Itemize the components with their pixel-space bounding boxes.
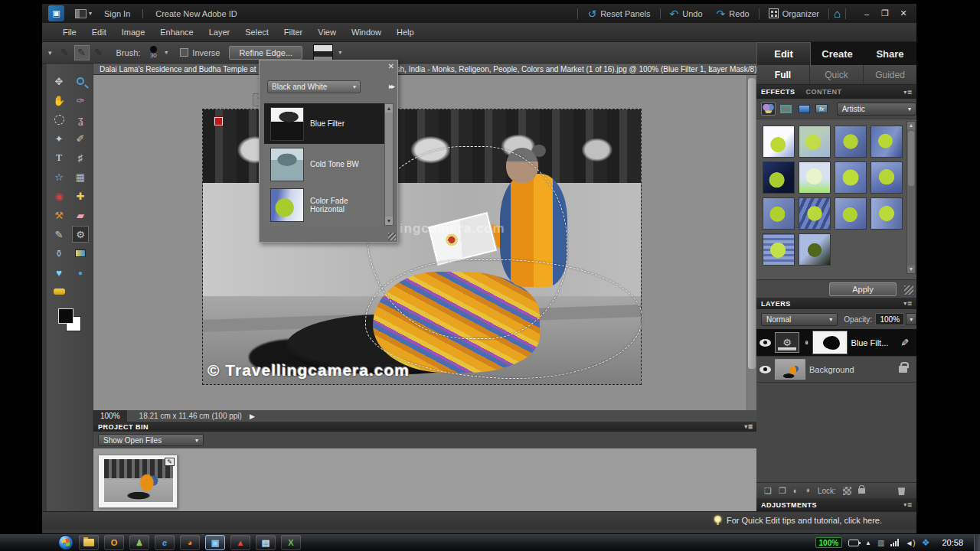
apply-button[interactable]: Apply [829, 282, 897, 296]
gradient-tool[interactable] [72, 245, 89, 262]
taskbar-outlook-icon[interactable]: O [104, 535, 124, 550]
menu-window[interactable]: Window [345, 25, 388, 39]
refine-edge-button[interactable]: Refine Edge... [229, 46, 302, 60]
clone-stamp-tool[interactable]: ⚒ [51, 207, 67, 223]
visibility-eye-icon[interactable] [760, 339, 771, 347]
effect-thumbnail[interactable] [871, 126, 903, 158]
show-open-files-dropdown[interactable]: Show Open Files ▾ [98, 434, 204, 446]
blur-tool[interactable]: ● [72, 264, 89, 281]
quick-selection-tool[interactable]: ✐ [72, 130, 89, 147]
minimize-button[interactable]: – [858, 8, 875, 20]
popup-close-icon[interactable]: ✕ [388, 62, 394, 70]
menu-edit[interactable]: Edit [85, 25, 113, 39]
brush-tool[interactable]: ✎ [51, 226, 67, 243]
close-button[interactable]: ✕ [895, 8, 912, 20]
tab-create[interactable]: Create [811, 42, 864, 65]
arrange-layout-button[interactable]: ▾ [75, 9, 92, 18]
effect-thumbnail[interactable] [763, 161, 795, 194]
menu-image[interactable]: Image [115, 25, 152, 39]
panel-menu-icon[interactable]: ▾≣ [903, 501, 913, 508]
mode-guided[interactable]: Guided [864, 65, 916, 84]
menu-layer[interactable]: Layer [202, 25, 237, 39]
red-eye-removal-tool[interactable]: ◉ [51, 187, 67, 204]
preset-item-color-fade-horizontal[interactable]: Color Fade Horizontal [264, 184, 384, 225]
smart-brush-add-selection-icon[interactable]: ✎ [74, 45, 90, 60]
smart-paint-preset-dropdown[interactable] [313, 44, 333, 61]
layer-styles-category-button[interactable] [779, 102, 793, 116]
panel-menu-icon[interactable]: ▾≣ [903, 89, 913, 96]
mode-quick[interactable]: Quick [810, 65, 864, 84]
menu-file[interactable]: File [56, 25, 83, 39]
effects-category-dropdown[interactable]: Artistic ▾ [837, 103, 916, 116]
open-file-thumbnail[interactable]: ✎ [98, 455, 178, 508]
delete-layer-icon[interactable] [897, 486, 906, 495]
lasso-tool[interactable]: ʓ [72, 111, 89, 128]
menu-help[interactable]: Help [390, 25, 421, 39]
status-arrow-icon[interactable]: ▶ [250, 412, 255, 420]
reset-panels-button[interactable]: ↺ Reset Panels [583, 8, 655, 19]
new-group-icon[interactable]: ❐ [779, 486, 786, 496]
magic-wand-tool[interactable]: ✦ [51, 130, 67, 147]
tab-share[interactable]: Share [864, 42, 916, 65]
zoom-level-value[interactable]: 100% [93, 410, 127, 422]
adjustment-layer-thumbnail[interactable]: ⚙ [775, 332, 799, 353]
canvas-workspace[interactable]: ✎ ✎ ✎ Travellingcamera.com © Travellingc… [93, 75, 756, 410]
collapse-icon[interactable]: ▾ [48, 49, 52, 57]
battery-percentage[interactable]: 100% [815, 537, 843, 548]
taskbar-app-icon[interactable]: ♟ [129, 535, 149, 550]
filters-category-button[interactable] [761, 102, 776, 116]
scroll-up-icon[interactable]: ▲ [385, 104, 393, 112]
tab-content[interactable]: CONTENT [806, 88, 842, 96]
menu-filter[interactable]: Filter [277, 25, 309, 39]
effect-thumbnail[interactable] [799, 197, 831, 230]
popup-scrollbar[interactable]: ▲ ▼ [384, 103, 394, 226]
menu-view[interactable]: View [311, 25, 343, 39]
photo-effects-category-button[interactable] [796, 102, 811, 116]
recompose-tool[interactable]: ▦ [72, 168, 89, 185]
background-layer-thumbnail[interactable] [775, 359, 805, 380]
shape-tool[interactable]: ♥ [51, 264, 67, 281]
scrollbar-thumb[interactable] [748, 78, 756, 369]
preset-item-cold-tone-bw[interactable]: Cold Tone BW [264, 144, 384, 184]
visibility-eye-icon[interactable] [760, 366, 771, 373]
sign-in-link[interactable]: Sign In [104, 9, 130, 18]
scrollbar-thumb[interactable] [908, 131, 914, 186]
create-adobe-id-link[interactable]: Create New Adobe ID [155, 9, 237, 18]
effect-thumbnail[interactable] [799, 161, 831, 194]
new-adjustment-layer-icon[interactable]: ◐ [793, 486, 799, 495]
zoom-tool[interactable] [72, 73, 89, 90]
effect-thumbnail[interactable] [871, 197, 903, 230]
menu-select[interactable]: Select [238, 25, 276, 39]
panel-menu-icon[interactable]: ▾≣ [903, 300, 913, 307]
layer-row-background[interactable]: Background [756, 356, 916, 383]
taskbar-photoshop-elements-icon[interactable]: ▣ [205, 535, 225, 550]
effect-thumbnail[interactable] [763, 197, 795, 230]
lock-transparency-icon[interactable] [843, 487, 851, 495]
effects-scrollbar[interactable]: ▲ ▼ [906, 121, 916, 274]
effect-thumbnail[interactable] [835, 126, 867, 158]
network-signal-icon[interactable] [890, 539, 899, 546]
taskbar-excel-icon[interactable]: X [281, 535, 301, 550]
color-swatches[interactable] [57, 307, 83, 333]
vertical-scrollbar[interactable] [746, 75, 756, 410]
menu-enhance[interactable]: Enhance [153, 25, 200, 39]
opacity-value[interactable]: 100% [875, 313, 904, 325]
brush-preview[interactable]: 30 [145, 45, 162, 60]
eraser-tool[interactable]: ▰ [72, 207, 89, 223]
layer-row-blue-filter[interactable]: ⚙ ⚭ Blue Filt... ✎ [756, 329, 916, 356]
scroll-down-icon[interactable]: ▼ [385, 217, 393, 225]
taskbar-internet-explorer-icon[interactable]: e [155, 535, 175, 550]
clock[interactable]: 20:58 [942, 538, 963, 547]
smart-brush-tool[interactable]: ⚙ [72, 226, 89, 243]
effect-thumbnail[interactable] [763, 233, 795, 266]
scroll-up-icon[interactable]: ▲ [907, 122, 915, 129]
undo-button[interactable]: ↶ Undo [665, 8, 707, 19]
effect-thumbnail[interactable] [835, 161, 867, 194]
document-tab[interactable]: Dalai Lama's Residence and Budha Temple … [93, 64, 756, 75]
layer-mask-thumbnail[interactable] [813, 331, 847, 354]
brush-dropdown-arrow-icon[interactable]: ▾ [165, 49, 168, 56]
document-close-icon[interactable]: x [709, 64, 713, 73]
effect-thumbnail[interactable] [763, 126, 795, 158]
redo-button[interactable]: ↷ Redo [712, 8, 754, 19]
opacity-dropdown-icon[interactable]: ▾ [906, 313, 916, 325]
